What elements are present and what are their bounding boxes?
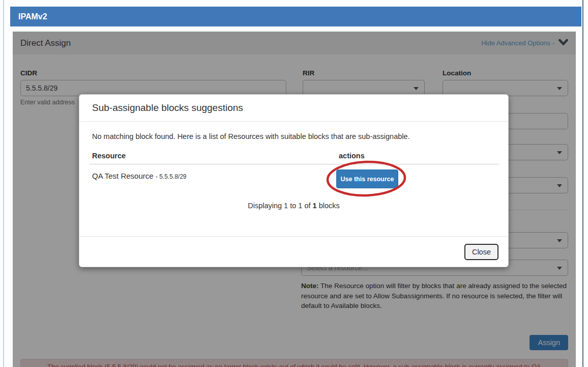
resource-name: QA Test Resource bbox=[92, 172, 154, 180]
app-window: IPAMv2 Direct Assign Hide Advanced Optio… bbox=[0, 0, 588, 367]
window-edge-left bbox=[3, 0, 4, 367]
modal-body-text: No matching block found. Here is a list … bbox=[92, 132, 410, 140]
table-row: QA Test Resource - 5.5.5.8/29 bbox=[92, 172, 187, 180]
table-header-divider bbox=[90, 164, 499, 164]
modal-header: Sub-assignable blocks suggestions bbox=[79, 95, 508, 122]
modal-title: Sub-assignable blocks suggestions bbox=[92, 102, 243, 114]
pagination-prefix: Displaying 1 to 1 of bbox=[248, 202, 312, 210]
use-this-resource-button[interactable]: Use this resource bbox=[336, 170, 398, 188]
app-title: IPAMv2 bbox=[18, 12, 47, 21]
modal-footer: Close bbox=[79, 236, 508, 268]
window-edge-right bbox=[582, 0, 583, 367]
resource-column-header: Resource bbox=[92, 152, 126, 160]
pagination-count: 1 bbox=[313, 202, 317, 210]
suggestions-modal: Sub-assignable blocks suggestions No mat… bbox=[79, 94, 509, 267]
pagination-suffix: blocks bbox=[317, 202, 340, 210]
close-button[interactable]: Close bbox=[464, 244, 498, 260]
resource-cidr: - 5.5.5.8/29 bbox=[156, 173, 187, 180]
actions-column-header: actions bbox=[339, 152, 365, 160]
app-header: IPAMv2 bbox=[10, 7, 581, 26]
pagination-text: Displaying 1 to 1 of 1 blocks bbox=[79, 202, 508, 210]
